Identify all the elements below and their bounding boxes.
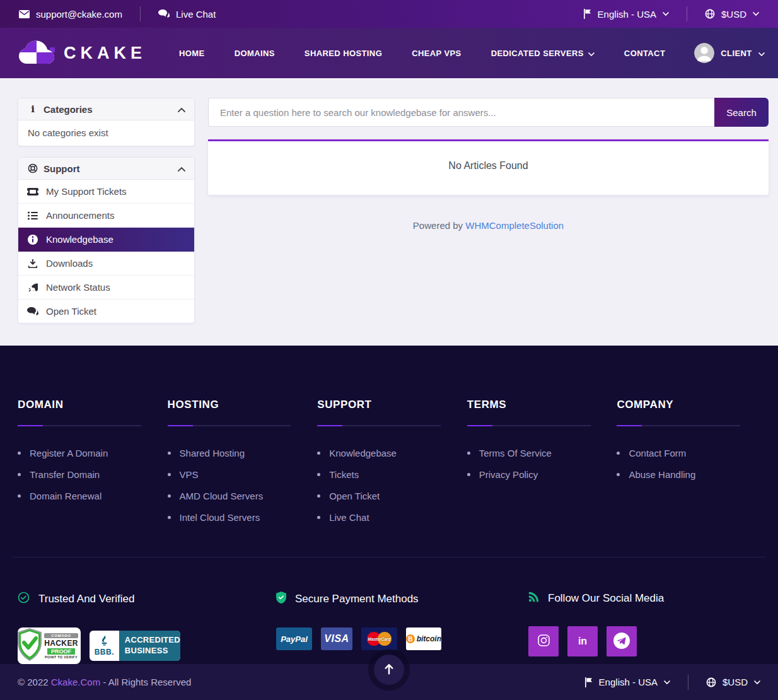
chevron-down-icon [664, 680, 670, 684]
client-menu[interactable]: CLIENT [694, 43, 764, 63]
knowledgebase-content: Search No Articles Found Powered by WHMC… [208, 98, 769, 231]
instagram-icon [538, 634, 550, 648]
categories-panel-title: Categories [44, 104, 178, 115]
whmcs-link[interactable]: WHMCompleteSolution [465, 220, 564, 231]
currency-selector[interactable]: $USD [705, 9, 759, 20]
main-nav: HOME DOMAINS SHARED HOSTING CHEAP VPS DE… [179, 49, 665, 58]
business-label: BUSINESS [125, 646, 180, 656]
chevron-down-icon [758, 47, 765, 59]
footer-link-list: Register A Domain Transfer Domain Domain… [18, 442, 161, 506]
footer-link-label: Abuse Handling [629, 469, 695, 480]
currency-label: $USD [721, 9, 746, 20]
main-content-area: i Categories No categories exist Support [0, 78, 778, 346]
footer-link-list: Terms Of Service Privacy Policy [467, 442, 611, 485]
chevron-down-icon [588, 49, 595, 58]
live-chat-link[interactable]: Live Chat [158, 9, 216, 20]
footer-link-label: Open Ticket [329, 491, 380, 501]
topbar-left: support@ckake.com Live Chat [19, 6, 216, 21]
torch-icon [100, 636, 109, 647]
sidebar-item-label: Downloads [46, 258, 93, 269]
download-icon [27, 259, 38, 269]
logo[interactable]: CKAKE [19, 38, 146, 67]
footer-link-abuse-handling[interactable]: Abuse Handling [617, 464, 760, 485]
sidebar-item-network-status[interactable]: Network Status [18, 276, 194, 300]
chevron-up-icon [178, 163, 185, 174]
currency-selector-footer[interactable]: $USD [706, 677, 760, 687]
bullet-icon [18, 473, 21, 476]
sidebar-item-my-support-tickets[interactable]: My Support Tickets [18, 180, 194, 204]
language-selector-footer[interactable]: English - USA [584, 677, 670, 687]
bullet-icon [18, 452, 21, 455]
footer-link-shared-hosting[interactable]: Shared Hosting [168, 442, 311, 464]
footer-link-label: Domain Renewal [30, 491, 102, 501]
nav-item-shared-hosting[interactable]: SHARED HOSTING [305, 49, 382, 58]
language-label: English - USA [599, 677, 658, 687]
sidebar-item-open-ticket[interactable]: Open Ticket [18, 300, 194, 323]
sidebar-item-downloads[interactable]: Downloads [18, 252, 194, 276]
footer-link-label: Privacy Policy [479, 469, 538, 480]
trusted-title: Trusted And Verified [38, 593, 134, 605]
footer-link-contact-form[interactable]: Contact Form [617, 442, 760, 464]
language-selector[interactable]: English - USA [583, 9, 669, 20]
footer-link-terms-of-service[interactable]: Terms Of Service [467, 442, 611, 464]
powered-by-text: Powered by [413, 220, 465, 231]
no-articles-message: No Articles Found [448, 160, 528, 171]
search-button[interactable]: Search [714, 98, 769, 127]
bullet-icon [317, 516, 320, 519]
footer-column-title: DOMAIN [18, 399, 161, 411]
footer-link-amd-cloud-servers[interactable]: AMD Cloud Servers [168, 485, 311, 506]
visa-badge: VISA [321, 627, 352, 650]
support-email-link[interactable]: support@ckake.com [19, 9, 122, 20]
footer-link-domain-renewal[interactable]: Domain Renewal [18, 485, 161, 506]
topbar: support@ckake.com Live Chat English - US… [0, 0, 778, 28]
footer: DOMAIN Register A Domain Transfer Domain… [0, 346, 778, 700]
footer-link-knowledgebase[interactable]: Knowledgebase [317, 442, 461, 464]
title-underline [317, 425, 441, 426]
footer-link-label: Knowledgebase [329, 448, 397, 458]
support-panel-header[interactable]: Support [18, 158, 194, 180]
footer-link-register-a-domain[interactable]: Register A Domain [18, 442, 161, 464]
footer-link-vps[interactable]: VPS [168, 464, 311, 485]
footer-link-transfer-domain[interactable]: Transfer Domain [18, 464, 161, 485]
sidebar-item-knowledgebase[interactable]: Knowledgebase [18, 228, 194, 252]
footer-link-list: Knowledgebase Tickets Open Ticket Live C… [317, 442, 461, 528]
linkedin-button[interactable]: in [567, 626, 598, 656]
search-input[interactable] [208, 98, 714, 127]
sidebar-item-announcements[interactable]: Announcements [18, 204, 194, 228]
social-heading: Follow Our Social Media [528, 592, 760, 605]
topbar-right: English - USA $USD [583, 6, 759, 21]
support-panel-title: Support [44, 163, 178, 174]
instagram-button[interactable] [528, 626, 559, 656]
nav-item-domains[interactable]: DOMAINS [235, 49, 275, 58]
footer-link-intel-cloud-servers[interactable]: Intel Cloud Servers [168, 506, 311, 528]
telegram-button[interactable] [607, 626, 637, 656]
chevron-down-icon [753, 12, 759, 16]
nav-item-label: DEDICATED SERVERS [491, 49, 584, 58]
footer-link-open-ticket[interactable]: Open Ticket [317, 485, 461, 506]
footer-link-label: Shared Hosting [180, 448, 245, 458]
nav-item-contact[interactable]: CONTACT [624, 49, 665, 58]
copyright-brand-link[interactable]: Ckake.Com [51, 677, 100, 687]
footer-columns: DOMAIN Register A Domain Transfer Domain… [0, 346, 778, 528]
bbb-accredited-badge[interactable]: BBB. ACCREDITED BUSINESS [90, 631, 180, 661]
knowledgebase-search: Search [208, 98, 769, 127]
nav-item-home[interactable]: HOME [179, 49, 205, 58]
title-underline [168, 425, 291, 426]
support-email-label: support@ckake.com [36, 9, 122, 20]
comodo-hackerproof-badge[interactable]: COMODO HACKER PROOF POINT TO VERIFY [18, 627, 81, 664]
bullet-icon [467, 452, 470, 455]
flag-icon [584, 677, 593, 687]
bbb-text: BBB. [95, 648, 114, 656]
footer-link-live-chat[interactable]: Live Chat [317, 506, 461, 528]
footer-link-tickets[interactable]: Tickets [317, 464, 461, 485]
payments-title: Secure Payment Methods [295, 593, 419, 605]
footer-link-privacy-policy[interactable]: Privacy Policy [467, 464, 611, 485]
nav-item-dedicated-servers[interactable]: DEDICATED SERVERS [491, 49, 595, 58]
announcements-icon [27, 211, 38, 220]
trust-badges: COMODO HACKER PROOF POINT TO VERIFY BBB.… [18, 627, 276, 664]
categories-panel-header[interactable]: i Categories [18, 98, 194, 120]
nav-item-cheap-vps[interactable]: CHEAP VPS [412, 49, 462, 58]
footer-column-terms: TERMS Terms Of Service Privacy Policy [467, 399, 611, 528]
bullet-icon [168, 516, 171, 519]
scroll-to-top-button[interactable] [374, 655, 404, 685]
